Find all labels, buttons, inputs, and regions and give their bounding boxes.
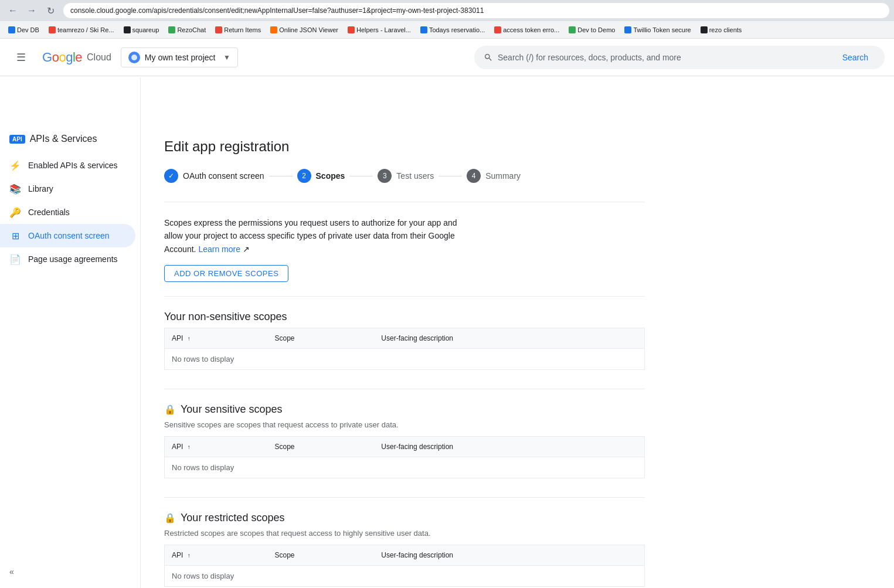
mid-divider-3: [164, 497, 645, 498]
top-divider: [164, 202, 645, 202]
step-circle-summary: 4: [467, 169, 481, 183]
address-bar[interactable]: console.cloud.google.com/apis/credential…: [63, 3, 889, 18]
bookmark-item[interactable]: rezo clients: [697, 25, 746, 35]
non-sensitive-scope-header: Scope: [268, 328, 375, 349]
bookmark-item[interactable]: RezoChat: [165, 25, 209, 35]
bookmark-item[interactable]: Helpers - Laravel...: [344, 25, 414, 35]
cloud-text: Cloud: [87, 52, 111, 63]
browser-chrome: ← → ↻ console.cloud.google.com/apis/cred…: [0, 0, 894, 21]
step-summary: 4Summary: [467, 169, 521, 183]
bookmark-item[interactable]: teamrezo / Ski Re...: [45, 25, 118, 35]
nav-icon-credentials: 🔑: [9, 206, 21, 218]
sidebar: API APIs & Services ⚡ Enabled APIs & ser…: [0, 77, 141, 588]
no-rows-text: No rows to display: [165, 349, 645, 370]
add-or-remove-scopes-button[interactable]: ADD OR REMOVE SCOPES: [164, 265, 288, 282]
sensitive-title: 🔒 Your sensitive scopes: [164, 403, 645, 416]
project-name: My own test project: [145, 53, 219, 62]
restricted-scopes-section: 🔒 Your restricted scopes Restricted scop…: [164, 512, 645, 587]
page-title: Edit app registration: [164, 138, 645, 155]
no-rows-text: No rows to display: [165, 457, 645, 478]
project-dropdown-icon: ▼: [223, 53, 230, 62]
step-connector: [269, 176, 293, 176]
sidebar-item-label: Page usage agreements: [28, 254, 118, 264]
table-row: No rows to display: [165, 349, 645, 370]
google-cloud-logo[interactable]: Google Cloud: [42, 50, 111, 65]
sidebar-item-library[interactable]: 📚 Library: [0, 177, 135, 200]
sidebar-item-oauth-consent[interactable]: ⊞ OAuth consent screen: [0, 224, 135, 247]
restricted-desc-header: User-facing description: [374, 545, 644, 566]
stepper: ✓OAuth consent screen2Scopes3Test users4…: [164, 169, 645, 183]
bookmark-item[interactable]: Twillio Token secure: [621, 25, 694, 35]
non-sensitive-desc-header: User-facing description: [374, 328, 644, 349]
description-text: Scopes express the permissions you reque…: [164, 216, 457, 256]
sidebar-item-label: Enabled APIs & services: [28, 161, 118, 170]
step-connector: [438, 176, 462, 176]
step-label-test-users: Test users: [396, 171, 434, 181]
top-nav: ☰ Google Cloud My own test project ▼ Sea…: [0, 39, 894, 76]
non-sensitive-title: Your non-sensitive scopes: [164, 311, 645, 323]
step-label-scopes: Scopes: [316, 171, 345, 181]
external-link-icon: ↗: [243, 244, 250, 254]
nav-icon-library: 📚: [9, 183, 21, 195]
step-oauth-consent-screen: ✓OAuth consent screen: [164, 169, 264, 183]
sensitive-scopes-section: 🔒 Your sensitive scopes Sensitive scopes…: [164, 403, 645, 478]
search-bar: Search: [474, 46, 885, 69]
sidebar-item-enabled-apis[interactable]: ⚡ Enabled APIs & services: [0, 154, 135, 177]
restricted-api-header: API ↑: [165, 545, 268, 566]
search-button[interactable]: Search: [835, 49, 875, 66]
bookmark-item[interactable]: squareup: [120, 25, 163, 35]
step-scopes: 2Scopes: [297, 169, 345, 183]
project-icon: [128, 52, 140, 63]
step-circle-oauth-consent-screen: ✓: [164, 169, 178, 183]
annotation-arrow-svg: [234, 586, 586, 588]
bookmark-item[interactable]: Online JSON Viewer: [267, 25, 342, 35]
nav-icon-page-usage: 📄: [9, 253, 21, 265]
sidebar-item-page-usage[interactable]: 📄 Page usage agreements: [0, 247, 135, 271]
sidebar-header: API APIs & Services: [0, 124, 140, 149]
sensitive-scope-header: Scope: [268, 437, 375, 457]
back-button[interactable]: ←: [5, 2, 21, 19]
bookmark-item[interactable]: access token erro...: [491, 25, 563, 35]
sidebar-section-title: APIs & Services: [30, 134, 97, 144]
sensitive-desc-header: User-facing description: [374, 437, 644, 457]
restricted-scope-header: Scope: [268, 545, 375, 566]
sidebar-item-credentials[interactable]: 🔑 Credentials: [0, 200, 135, 224]
search-input[interactable]: [498, 53, 831, 62]
forward-button[interactable]: →: [23, 2, 40, 19]
sensitive-description: Sensitive scopes are scopes that request…: [164, 420, 645, 429]
restricted-title: 🔒 Your restricted scopes: [164, 512, 645, 524]
lock-icon-restricted: 🔒: [164, 512, 176, 524]
search-input-wrapper[interactable]: Search: [474, 46, 885, 69]
learn-more-link[interactable]: Learn more: [198, 244, 240, 254]
step-test-users: 3Test users: [378, 169, 434, 183]
api-badge: API: [9, 135, 25, 144]
mid-divider-1: [164, 296, 645, 297]
table-row: No rows to display: [165, 566, 645, 587]
non-sensitive-api-header: API ↑: [165, 328, 268, 349]
sidebar-item-label: Credentials: [28, 208, 70, 217]
sensitive-table: API ↑ Scope User-facing description No r…: [164, 436, 645, 478]
sort-icon-sensitive[interactable]: ↑: [188, 444, 191, 450]
step-label-oauth-consent-screen: OAuth consent screen: [183, 171, 264, 181]
no-rows-text: No rows to display: [165, 566, 645, 587]
bookmark-item[interactable]: Todays reservatio...: [417, 25, 488, 35]
non-sensitive-scopes-section: Your non-sensitive scopes API ↑ Scope Us…: [164, 311, 645, 370]
collapse-sidebar-button[interactable]: «: [5, 565, 19, 579]
bookmark-item[interactable]: Dev DB: [5, 25, 43, 35]
nav-icon-enabled-apis: ⚡: [9, 159, 21, 171]
refresh-button[interactable]: ↻: [42, 2, 59, 19]
svg-point-0: [131, 55, 137, 60]
sort-icon[interactable]: ↑: [188, 335, 191, 342]
browser-nav: ← → ↻: [5, 2, 59, 19]
sort-icon-restricted[interactable]: ↑: [188, 552, 191, 559]
bookmark-item[interactable]: Dev to Demo: [565, 25, 618, 35]
sidebar-item-label: OAuth consent screen: [28, 231, 110, 240]
hamburger-menu[interactable]: ☰: [9, 46, 33, 69]
lock-icon: 🔒: [164, 404, 176, 415]
step-circle-test-users: 3: [378, 169, 392, 183]
sidebar-nav: ⚡ Enabled APIs & services 📚 Library 🔑 Cr…: [0, 154, 140, 271]
content-inner: Edit app registration ✓OAuth consent scr…: [141, 124, 668, 588]
search-icon: [484, 53, 493, 62]
project-selector[interactable]: My own test project ▼: [121, 47, 238, 67]
bookmark-item[interactable]: Return Items: [212, 25, 264, 35]
